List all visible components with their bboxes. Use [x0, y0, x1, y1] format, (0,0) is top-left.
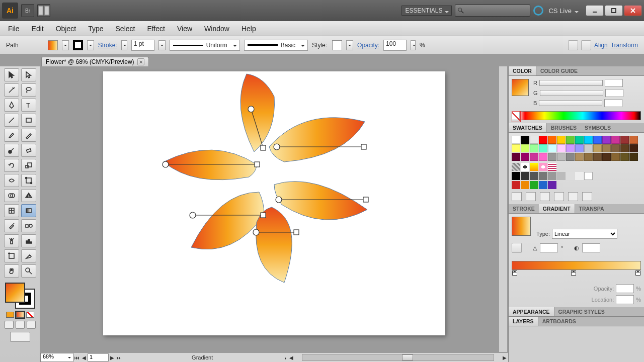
stroke-weight-dropdown[interactable] [158, 40, 166, 50]
paintbrush-tool[interactable] [4, 129, 19, 142]
gradient-type-select[interactable]: Linear [552, 229, 617, 239]
cslive-icon[interactable] [533, 6, 543, 16]
g-slider[interactable] [540, 90, 603, 96]
eraser-tool[interactable] [21, 144, 36, 157]
swatch-cell[interactable] [521, 144, 529, 152]
perspective-grid-tool[interactable] [21, 189, 36, 202]
reverse-gradient-button[interactable] [512, 243, 522, 253]
maximize-button[interactable] [605, 5, 623, 16]
tab-symbols[interactable]: SYMBOLS [581, 123, 615, 132]
swatch-cell[interactable] [611, 136, 620, 144]
draw-behind[interactable] [16, 321, 25, 329]
swatch-cell[interactable] [521, 136, 529, 144]
swatch-cell[interactable] [584, 153, 593, 161]
free-transform-tool[interactable] [21, 174, 36, 187]
opacity-dropdown[interactable] [411, 40, 416, 50]
swatch-cell[interactable] [548, 144, 556, 152]
swatch-libraries-button[interactable] [512, 192, 522, 201]
artboard-tool[interactable] [4, 249, 19, 262]
menu-window[interactable]: Window [199, 23, 234, 35]
graphic-style-dropdown[interactable] [346, 40, 353, 50]
transform-panel-link[interactable]: Transform [611, 42, 638, 49]
minimize-button[interactable] [586, 5, 604, 16]
swatch-cell[interactable] [629, 136, 638, 144]
swatch-cell[interactable] [593, 153, 602, 161]
tab-graphic-styles[interactable]: GRAPHIC STYLES [554, 307, 609, 316]
slice-tool[interactable] [21, 249, 36, 262]
delete-swatch-button[interactable] [582, 192, 592, 201]
opacity-input[interactable]: 100 [383, 40, 407, 51]
workspace-switcher[interactable]: ESSENTIALS [401, 6, 452, 16]
tab-transparency[interactable]: TRANSPA [575, 204, 608, 213]
gradient-opacity-input[interactable] [616, 284, 634, 293]
b-input[interactable] [604, 99, 622, 107]
first-artboard-button[interactable]: ⏮ [73, 353, 80, 361]
swatch-kind-button[interactable] [526, 192, 536, 201]
swatch-cell[interactable] [602, 153, 611, 161]
swatches-pattern-row[interactable] [512, 163, 641, 171]
menu-effect[interactable]: Effect [142, 23, 170, 35]
tab-swatches[interactable]: SWATCHES [509, 123, 547, 132]
menu-edit[interactable]: Edit [27, 23, 49, 35]
menu-object[interactable]: Object [51, 23, 81, 35]
gradient-preview[interactable] [512, 217, 531, 236]
stroke-weight-input[interactable]: 1 pt [131, 40, 154, 51]
gradient-tool[interactable] [21, 204, 36, 217]
magic-wand-tool[interactable] [4, 83, 19, 97]
search-input[interactable] [455, 5, 530, 17]
document-tab[interactable]: Flower* @ 68% (CMYK/Preview) ✕ [41, 57, 149, 66]
gradient-stop-3[interactable] [635, 270, 640, 276]
artboard-number-input[interactable]: 1 [88, 353, 109, 361]
tab-layers[interactable]: LAYERS [509, 317, 538, 326]
stroke-stepper[interactable] [121, 40, 127, 50]
brush-definition[interactable]: Basic [244, 40, 308, 51]
gradient-stop-1[interactable] [512, 270, 517, 276]
tab-brushes[interactable]: BRUSHES [547, 123, 581, 132]
next-artboard-button[interactable]: ▶ [109, 353, 116, 361]
close-button[interactable] [624, 5, 642, 16]
swatch-cell[interactable] [566, 144, 575, 152]
swatch-cell[interactable] [521, 153, 529, 161]
tab-stroke-panel[interactable]: STROKE [509, 204, 539, 213]
gradient-aspect-input[interactable] [582, 243, 600, 252]
select-similar-button[interactable] [581, 40, 591, 50]
tab-color[interactable]: COLOR [509, 66, 536, 75]
menu-type[interactable]: Type [83, 23, 108, 35]
shape-builder-tool[interactable] [4, 189, 19, 202]
tab-appearance[interactable]: APPEARANCE [509, 307, 554, 316]
eyedropper-tool[interactable] [4, 219, 19, 232]
swatches-gray-row[interactable] [512, 172, 641, 180]
swatch-cell[interactable] [629, 144, 638, 152]
swatch-cell[interactable] [530, 136, 538, 144]
swatch-cell[interactable] [548, 136, 556, 144]
fill-indicator[interactable] [5, 283, 25, 303]
draw-normal[interactable] [5, 321, 14, 329]
swatch-cell[interactable] [512, 153, 520, 161]
color-mode-gradient[interactable] [16, 312, 24, 318]
swatch-cell[interactable] [539, 153, 547, 161]
hscroll-right-button[interactable]: ▶ [501, 353, 508, 361]
type-tool[interactable]: T [21, 99, 36, 112]
lasso-tool[interactable] [21, 83, 36, 97]
stroke-panel-link[interactable]: Stroke: [98, 42, 117, 49]
swatch-cell[interactable] [557, 153, 566, 161]
blend-tool[interactable] [21, 219, 36, 232]
graphic-style-swatch[interactable] [332, 40, 342, 50]
swatch-cell[interactable] [557, 136, 566, 144]
menu-select[interactable]: Select [111, 23, 140, 35]
swatch-cell[interactable] [629, 153, 638, 161]
bridge-button[interactable]: Br [21, 4, 34, 17]
fill-dropdown[interactable] [62, 40, 69, 50]
fill-stroke-indicator[interactable] [5, 283, 35, 309]
new-swatch-button[interactable] [568, 192, 578, 201]
blob-brush-tool[interactable] [4, 144, 19, 157]
swatch-cell[interactable] [620, 136, 629, 144]
horizontal-scrollbar[interactable] [302, 354, 494, 361]
draw-inside[interactable] [27, 321, 36, 329]
artboard[interactable] [103, 71, 445, 335]
swatch-cell[interactable] [602, 144, 611, 152]
menu-file[interactable]: File [3, 23, 25, 35]
swatch-cell[interactable] [593, 136, 602, 144]
swatch-cell[interactable] [602, 136, 611, 144]
menu-help[interactable]: Help [236, 23, 261, 35]
